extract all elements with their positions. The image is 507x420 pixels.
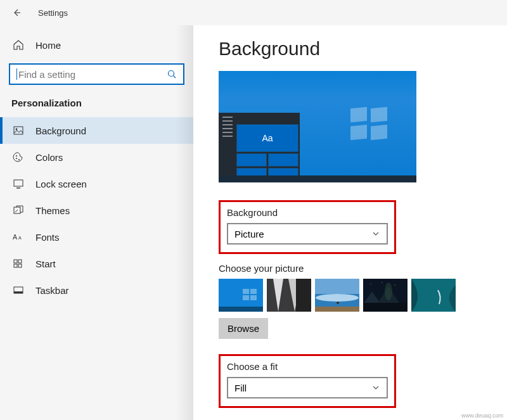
sidebar: Home Find a setting Personalization Back… (0, 25, 193, 420)
palette-icon (13, 151, 24, 163)
windows-logo-icon (350, 108, 387, 139)
svg-point-5 (16, 155, 17, 156)
svg-text:A: A (18, 236, 22, 241)
sidebar-item-label: Background (35, 125, 86, 136)
back-button[interactable] (10, 6, 23, 19)
picture-thumbnails (219, 279, 461, 312)
svg-point-37 (385, 283, 392, 300)
search-input[interactable]: Find a setting (9, 63, 184, 85)
background-label: Background (227, 207, 388, 218)
svg-rect-30 (315, 307, 359, 312)
svg-rect-33 (363, 303, 408, 312)
background-preview: Aa (219, 71, 416, 182)
preview-taskbar (219, 175, 416, 182)
sidebar-home-label: Home (35, 40, 61, 51)
svg-line-2 (174, 76, 176, 79)
sidebar-item-label: Colors (35, 152, 63, 163)
sidebar-item-taskbar[interactable]: Taskbar (0, 277, 193, 303)
svg-rect-3 (14, 127, 23, 134)
sidebar-home[interactable]: Home (0, 34, 193, 56)
svg-rect-27 (315, 279, 359, 294)
preview-start-menu: Aa (219, 113, 300, 182)
lock-screen-icon (13, 178, 24, 189)
taskbar-icon (13, 284, 24, 296)
svg-rect-38 (411, 279, 456, 312)
svg-rect-20 (219, 307, 263, 312)
svg-rect-21 (243, 289, 249, 294)
sidebar-item-label: Fonts (35, 232, 60, 243)
watermark: www.deuaq.com (461, 412, 503, 419)
svg-rect-24 (250, 295, 257, 300)
browse-button[interactable]: Browse (219, 318, 268, 339)
picture-thumb[interactable] (411, 279, 456, 312)
svg-rect-15 (14, 264, 17, 267)
svg-point-36 (394, 284, 395, 285)
fit-dropdown-value: Fill (234, 383, 247, 393)
svg-rect-18 (14, 291, 23, 293)
choose-picture-label: Choose your picture (219, 263, 485, 274)
svg-rect-8 (14, 180, 23, 186)
fit-dropdown-group: Choose a fit Fill (219, 354, 396, 408)
svg-rect-9 (16, 188, 20, 189)
sidebar-item-lock-screen[interactable]: Lock screen (0, 170, 193, 197)
svg-point-29 (316, 294, 359, 302)
svg-rect-16 (18, 264, 22, 267)
chevron-down-icon (371, 383, 380, 392)
home-icon (13, 39, 24, 51)
svg-point-35 (382, 282, 382, 283)
svg-point-6 (16, 158, 17, 159)
fit-label: Choose a fit (227, 361, 388, 372)
fit-dropdown[interactable]: Fill (227, 377, 388, 398)
sidebar-section-title: Personalization (0, 95, 193, 117)
sidebar-item-label: Start (35, 258, 56, 269)
themes-icon (13, 205, 24, 216)
search-placeholder: Find a setting (18, 69, 167, 80)
svg-rect-26 (296, 279, 311, 312)
start-icon (13, 258, 24, 269)
window-title: Settings (38, 8, 68, 18)
svg-rect-14 (18, 260, 22, 263)
sidebar-item-label: Themes (35, 205, 70, 216)
page-title: Background (219, 38, 485, 60)
sidebar-item-start[interactable]: Start (0, 250, 193, 277)
fonts-icon: AA (13, 231, 24, 243)
svg-rect-22 (250, 289, 257, 294)
sidebar-item-colors[interactable]: Colors (0, 144, 193, 170)
chevron-down-icon (371, 229, 380, 238)
background-dropdown[interactable]: Picture (227, 223, 388, 245)
search-icon (167, 69, 177, 79)
arrow-left-icon (11, 8, 22, 18)
svg-point-34 (370, 283, 371, 284)
content-area: Background Aa Background Picture Choose … (193, 25, 507, 420)
svg-point-31 (337, 302, 339, 304)
svg-point-7 (18, 159, 20, 160)
picture-thumb[interactable] (267, 279, 311, 312)
titlebar: Settings (0, 0, 507, 25)
svg-point-4 (16, 129, 18, 130)
sidebar-nav: Background Colors Lock screen Themes AA … (0, 117, 193, 303)
svg-rect-13 (14, 260, 17, 263)
picture-thumb[interactable] (219, 279, 263, 312)
picture-thumb[interactable] (363, 279, 408, 312)
text-cursor (16, 68, 17, 80)
sidebar-item-fonts[interactable]: AA Fonts (0, 224, 193, 250)
picture-thumb[interactable] (315, 279, 359, 312)
sidebar-item-background[interactable]: Background (0, 117, 193, 144)
picture-icon (13, 125, 24, 136)
sidebar-item-themes[interactable]: Themes (0, 197, 193, 224)
sidebar-item-label: Lock screen (35, 179, 87, 189)
background-dropdown-value: Picture (234, 229, 264, 239)
svg-text:A: A (13, 234, 18, 241)
svg-rect-23 (243, 295, 249, 300)
background-dropdown-group: Background Picture (219, 200, 396, 254)
preview-sample-text: Aa (236, 124, 298, 152)
svg-point-1 (169, 71, 174, 77)
sidebar-item-label: Taskbar (35, 285, 69, 296)
